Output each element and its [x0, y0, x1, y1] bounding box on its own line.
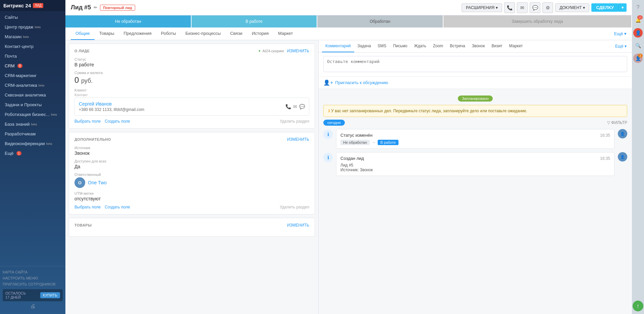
extensions-label: РАСШИРЕНИЯ: [466, 5, 494, 10]
sidebar-map-link[interactable]: КАРТА САЙТА: [3, 269, 63, 275]
select-field-link[interactable]: Выбрать поле: [74, 119, 101, 124]
trial-buy-button[interactable]: КУПИТЬ: [40, 292, 60, 298]
status-value: В работе: [74, 62, 309, 67]
additional-change-link[interactable]: ИЗМЕНИТЬ: [287, 137, 309, 142]
sidebar-item-sites[interactable]: Сайты: [0, 12, 65, 22]
sidebar-invite-link[interactable]: ПРИГЛАСИТЬ СОТРУДНИКОВ: [3, 281, 63, 287]
filter-label: ФИЛЬТР: [611, 120, 627, 125]
about-change-link[interactable]: ИЗМЕНИТЬ: [287, 49, 309, 53]
additional-select-field-link[interactable]: Выбрать поле: [74, 205, 101, 209]
right-icon-help[interactable]: ?: [633, 3, 643, 12]
right-icon-profile[interactable]: 👤: [633, 28, 643, 38]
tab-robots[interactable]: Роботы: [156, 27, 181, 40]
trial-text: ОСТАЛОСЬ 17 ДНЕЙ: [5, 291, 26, 299]
activity-tab-zoom[interactable]: Zoom: [430, 40, 447, 52]
phone-button[interactable]: 📞: [504, 2, 515, 13]
tabs-more[interactable]: Ещё ▾: [614, 31, 627, 36]
today-filter-row: сегодня ▽ ФИЛЬТР: [323, 120, 627, 126]
right-icon-online[interactable]: 👤 2: [633, 54, 643, 63]
sidebar-crm-badge: 8: [17, 64, 23, 68]
sidebar-item-store[interactable]: Магазинbeta: [0, 32, 65, 42]
responsible-name[interactable]: One Two: [88, 180, 107, 185]
sidebar-trial: ОСТАЛОСЬ 17 ДНЕЙ КУПИТЬ: [3, 289, 63, 301]
avatar-icon: 👤: [620, 132, 625, 136]
right-panel: Комментарий Задача SMS Письмо Ждать Zoom…: [319, 40, 632, 314]
tab-history[interactable]: История: [247, 27, 273, 40]
tab-general[interactable]: Общие: [71, 27, 95, 40]
create-field-link[interactable]: Создать поле: [105, 119, 130, 124]
tab-market[interactable]: Маркет: [273, 27, 298, 40]
activity-tab-meeting[interactable]: Встреча: [446, 40, 468, 52]
extensions-button[interactable]: РАСШИРЕНИЯ ▾: [462, 3, 502, 12]
sidebar-item-tasks[interactable]: Задачи и Проекты: [0, 100, 65, 110]
tab-biz-process[interactable]: Бизнес-процессы: [181, 27, 225, 40]
activity-tabs-more[interactable]: Ещё ▾: [613, 41, 629, 52]
pipeline-stage-not-processed[interactable]: Не обработан: [65, 15, 192, 27]
pipeline-stage-finish[interactable]: Завершить обработку лида: [443, 15, 632, 27]
edit-icon[interactable]: ✏: [94, 5, 97, 10]
responsible-field: Ответственный О One Two: [74, 173, 309, 188]
document-label: ДОКУМЕНТ: [559, 5, 582, 10]
contact-chat-icon[interactable]: 💬: [299, 104, 305, 109]
tab-offers[interactable]: Предложения: [119, 27, 156, 40]
sidebar-item-crm-analytics[interactable]: CRM-аналитикаbeta: [0, 80, 65, 90]
warning-icon: ℹ: [328, 109, 330, 113]
tab-links[interactable]: Связи: [225, 27, 247, 40]
sidebar-item-contact[interactable]: Контакт-центр: [0, 42, 65, 51]
activity-tab-visit[interactable]: Визит: [488, 40, 505, 52]
sidebar-item-mail[interactable]: Почта: [0, 51, 65, 61]
contact-phone-icon[interactable]: 📞: [285, 104, 291, 109]
contact-email-icon[interactable]: ✉: [293, 104, 297, 109]
sidebar-lid-badge[interactable]: ЛИД: [33, 3, 43, 8]
additional-delete-section-link[interactable]: Удалить раздел: [280, 205, 309, 209]
sidebar-settings-link[interactable]: НАСТРОИТЬ МЕНЮ: [3, 275, 63, 281]
settings-button[interactable]: ⚙: [542, 2, 553, 13]
additional-create-field-link[interactable]: Создать поле: [105, 205, 130, 209]
sidebar-item-crm[interactable]: CRM 8: [0, 61, 65, 71]
activity-tab-wait[interactable]: Ждать: [411, 40, 429, 52]
activity-tab-email[interactable]: Письмо: [390, 40, 411, 52]
sidebar-item-crm-marketing[interactable]: CRM-маркетинг: [0, 71, 65, 80]
topbar-tag[interactable]: Повторный лид: [100, 5, 135, 11]
extensions-dropdown-icon: ▾: [496, 5, 498, 10]
pipeline-stage-label: В работе: [246, 19, 262, 24]
contact-name[interactable]: Сергей Иванов: [79, 101, 144, 107]
tab-goods[interactable]: Товары: [95, 27, 119, 40]
delete-section-link[interactable]: Удалить раздел: [280, 119, 309, 124]
activity-tab-comment[interactable]: Комментарий: [322, 40, 354, 52]
pipeline-stage-in-work[interactable]: В работе: [192, 15, 318, 27]
comment-input[interactable]: [323, 56, 627, 72]
activity-tab-task[interactable]: Задача: [354, 40, 374, 52]
goods-change-link[interactable]: ИЗМЕНИТЬ: [287, 223, 309, 228]
activity-tab-sms[interactable]: SMS: [374, 40, 390, 52]
contact-actions: 📞 ✉ 💬: [285, 104, 305, 109]
timeline-event-title-2: Создан лид: [340, 156, 364, 161]
email-button[interactable]: ✉: [517, 2, 528, 13]
sidebar-item-videoconf[interactable]: Видеоконференцииbeta: [0, 139, 65, 148]
chat-button[interactable]: 💬: [530, 2, 540, 13]
deal-arrow-button[interactable]: ▾: [619, 3, 627, 12]
sidebar-item-analytics[interactable]: Сквозная аналитика: [0, 90, 65, 100]
right-icon-notifications[interactable]: 🔔 10: [633, 15, 643, 25]
client-label: Клиент: [74, 88, 309, 92]
right-icon-search[interactable]: 🔍: [633, 41, 643, 50]
sidebar-item-sales[interactable]: Центр продажbeta: [0, 22, 65, 32]
sidebar-item-knowledge[interactable]: База знанийbeta: [0, 119, 65, 129]
deal-button[interactable]: СДЕЛКУ: [591, 3, 619, 12]
about-footer-links: Выбрать поле Создать поле: [74, 119, 130, 124]
pipeline-stage-processed[interactable]: Обработан: [317, 15, 443, 27]
filter-button[interactable]: ▽ ФИЛЬТР: [607, 120, 627, 125]
sidebar-item-robotics[interactable]: Роботизация бизнес...beta: [0, 110, 65, 119]
timeline-tags: Не обработан → В работе: [340, 140, 610, 145]
contact-card: Сергей Иванов +380 66 332 1133, lifdsf@g…: [74, 98, 309, 116]
print-icon[interactable]: 🖨: [3, 301, 63, 311]
sidebar-item-dev[interactable]: Разработчикам: [0, 129, 65, 139]
invite-row[interactable]: 👤+ Пригласить к обсуждению: [319, 77, 632, 89]
document-button[interactable]: ДОКУМЕНТ ▾: [555, 3, 589, 12]
source-value: Звонок: [74, 150, 309, 156]
sidebar-item-more[interactable]: Ещё 1: [0, 148, 65, 158]
right-icon-bottom-action[interactable]: ↑: [633, 301, 643, 311]
activity-tab-call[interactable]: Звонок: [469, 40, 488, 52]
additional-footer-links: Выбрать поле Создать поле: [74, 205, 130, 209]
activity-tab-market[interactable]: Маркет: [506, 40, 526, 52]
